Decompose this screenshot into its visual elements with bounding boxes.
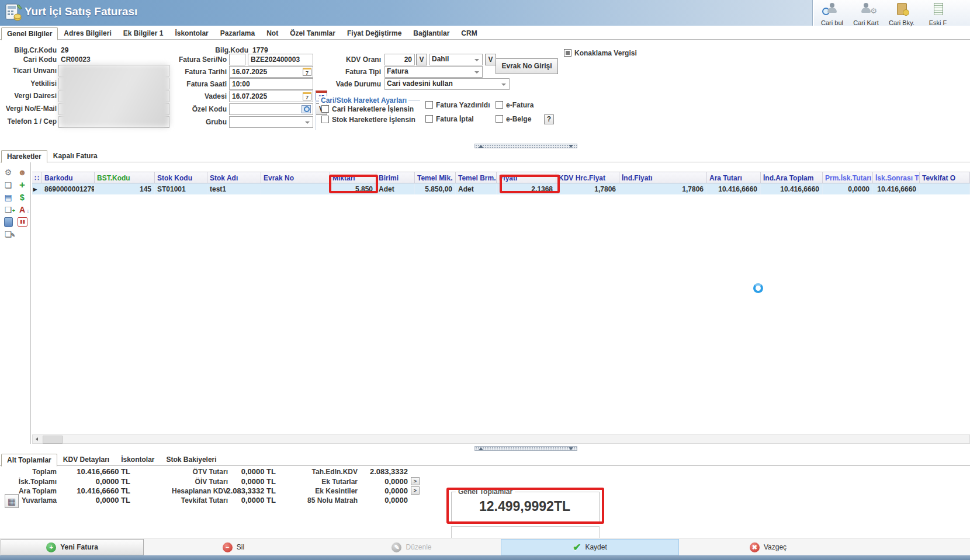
add-icon[interactable]: + — [17, 180, 27, 190]
lookup-book-icon[interactable] — [302, 105, 311, 113]
tab-ek-bilgiler-1[interactable]: Ek Bilgiler 1 — [117, 27, 169, 40]
tah-edln-kdv-value: 2.083,3332 — [361, 467, 408, 476]
tab-kdv-detaylari[interactable]: KDV Detayları — [57, 453, 115, 466]
col-barkodu[interactable]: Barkodu — [42, 172, 95, 183]
tab-fiyat-degistirme[interactable]: Fiyat Değiştirme — [341, 27, 407, 40]
scrollbar-thumb[interactable] — [43, 436, 63, 444]
horizontal-splitter-top[interactable] — [474, 144, 577, 148]
fatura-no-field[interactable]: BZE202400003 — [248, 54, 313, 65]
cari-hareketlere-checkbox[interactable] — [321, 105, 329, 113]
ek-kesintiler-more-button[interactable]: > — [411, 486, 420, 495]
col-isk-sonrasi-tutar[interactable]: İsk.Sonrası Tutar — [873, 172, 920, 183]
col-stok-kodu[interactable]: Stok Kodu — [155, 172, 207, 183]
tab-pazarlama[interactable]: Pazarlama — [214, 27, 261, 40]
vadesi-field[interactable]: 16.07.2025 — [229, 91, 313, 102]
drag-handle-icon[interactable]: ∷ — [32, 172, 42, 183]
fatura-tarihi-field[interactable]: 16.07.2025 — [229, 66, 313, 78]
fatura-iptal-checkbox[interactable] — [425, 115, 433, 123]
collapse-down-icon[interactable] — [569, 145, 573, 148]
ticari-unvani-label: Ticari Unvanı — [0, 67, 57, 75]
cell-birimi: Adet — [376, 183, 415, 194]
vade-durumu-value: Cari vadesini kullan — [384, 78, 496, 90]
table-row[interactable]: ▸ 8690000001279 145 ST01001 test1 5.850 … — [32, 183, 970, 194]
tab-genel-bilgiler[interactable]: Genel Bilgiler — [1, 27, 58, 40]
archive-icon[interactable] — [4, 217, 13, 227]
page-title: Yurt İçi Satış Faturası — [25, 5, 137, 18]
help-button[interactable]: ? — [544, 114, 554, 124]
fatura-yazdirildi-checkbox[interactable] — [425, 101, 433, 109]
fatura-saati-field[interactable]: 10:00 — [229, 78, 313, 90]
col-temel-brm[interactable]: Temel Brm. — [456, 172, 497, 183]
vazgec-label: Vazgeç — [764, 543, 787, 551]
kdv-v-button[interactable]: V — [416, 54, 427, 65]
gear-icon[interactable]: ⚙ — [3, 167, 13, 178]
ek-kesintiler-label: Ek Kesintiler — [293, 487, 358, 495]
ozel-kodu-field[interactable] — [229, 103, 313, 115]
tab-hareketler[interactable]: Hareketler — [1, 150, 47, 163]
kdv-mode-v-button[interactable]: V — [485, 54, 496, 65]
stok-hareketlere-checkbox[interactable] — [321, 116, 329, 123]
kdv-orani-field[interactable]: 20 — [384, 54, 415, 65]
col-temel-mik[interactable]: Temel Mik. — [415, 172, 456, 183]
cell-isk-sonrasi-tutar: 10.416,6660 — [873, 183, 920, 194]
col-evrak-no[interactable]: Evrak No — [261, 172, 330, 183]
col-fiyati[interactable]: Fiyatı — [497, 172, 556, 183]
telefon-cep-label: Telefon 1 / Cep — [0, 117, 57, 126]
col-ara-tutari[interactable]: Ara Tutarı — [707, 172, 761, 183]
cell-tevkifat — [920, 183, 970, 194]
collapse-up-icon[interactable] — [479, 145, 483, 148]
tab-iskontolar-alt[interactable]: İskontolar — [115, 453, 160, 466]
evrak-no-girisi-button[interactable]: Evrak No Girişi — [496, 58, 558, 74]
new-document-icon[interactable]: ❏ — [3, 180, 13, 190]
col-prm-isk-tutari[interactable]: Prm.İsk.Tutarı — [823, 172, 873, 183]
tab-iskontolar[interactable]: İskontolar — [169, 27, 214, 40]
isk-toplami-label: İsk.Toplamı — [0, 478, 57, 486]
scroll-left-icon[interactable] — [33, 435, 42, 443]
cell-temel-mik: 5.850,00 — [415, 183, 456, 194]
sil-button[interactable]: − Sil — [144, 539, 323, 555]
cari-kodu-label: Cari Kodu — [0, 55, 57, 64]
e-fatura-checkbox[interactable] — [496, 101, 503, 109]
konaklama-vergisi-checkbox[interactable] — [564, 49, 571, 57]
collapse-up-icon[interactable] — [479, 447, 483, 450]
cell-fiyati: 2,1368 — [497, 183, 556, 194]
tab-baglantilar[interactable]: Bağlantılar — [407, 27, 455, 40]
vazgec-button[interactable]: ✖ Vazgeç — [679, 539, 857, 555]
pause-icon[interactable]: ▮▮ — [18, 217, 27, 227]
col-miktari[interactable]: Miktarı — [330, 172, 376, 183]
tab-not[interactable]: Not — [261, 27, 284, 40]
tab-crm[interactable]: CRM — [455, 27, 483, 40]
cell-stok-kodu: ST01001 — [155, 183, 207, 194]
collapse-down-icon[interactable] — [569, 447, 573, 450]
vergi-no-email-label: Vergi No/E-Mail — [0, 105, 57, 113]
e-belge-checkbox[interactable] — [496, 115, 503, 123]
document-edit-icon[interactable]: ❏✎ — [3, 229, 13, 239]
yeni-fatura-button[interactable]: + Yeni Fatura — [1, 539, 144, 555]
col-stok-adi[interactable]: Stok Adı — [207, 172, 261, 183]
ek-tutarlar-more-button[interactable]: > — [411, 477, 420, 485]
horizontal-splitter-bottom[interactable] — [474, 446, 577, 451]
tab-stok-bakiyeleri[interactable]: Stok Bakiyeleri — [161, 453, 223, 466]
calendar-icon[interactable]: 7 — [303, 68, 311, 76]
cell-ind-ara-toplam: 10.416,6660 — [761, 183, 823, 194]
col-birimi[interactable]: Birimi — [376, 172, 415, 183]
tab-ozel-tanimlar[interactable]: Özel Tanımlar — [284, 27, 341, 40]
calendar-icon[interactable]: 7 — [303, 92, 311, 100]
person-search-icon — [827, 3, 837, 13]
grid-hscrollbar[interactable] — [32, 434, 970, 444]
kaydet-button[interactable]: ✔ Kaydet — [501, 539, 679, 555]
tab-kapali-fatura[interactable]: Kapalı Fatura — [47, 149, 103, 162]
rename-icon[interactable]: A↓ — [17, 204, 27, 215]
tab-adres-bilgileri[interactable]: Adres Bilgileri — [58, 27, 117, 40]
price-icon[interactable]: $ — [17, 192, 27, 203]
col-tevkifat[interactable]: Tevkifat O — [920, 172, 970, 183]
document-add-icon[interactable]: ❏+ — [3, 204, 13, 215]
col-ind-ara-toplam[interactable]: İnd.Ara Toplam — [761, 172, 823, 183]
notebook-icon[interactable]: ▤ — [3, 192, 13, 203]
mask-icon[interactable]: ☻ — [17, 167, 27, 178]
col-ind-fiyati[interactable]: İnd.Fiyatı — [619, 172, 707, 183]
col-bst-kodu[interactable]: BST.Kodu — [95, 172, 155, 183]
tab-alt-toplamlar[interactable]: Alt Toplamlar — [1, 454, 57, 467]
col-kdv-hrc-fiyat[interactable]: KDV Hrc.Fiyat — [556, 172, 619, 183]
fatura-seri-field[interactable] — [229, 54, 245, 65]
